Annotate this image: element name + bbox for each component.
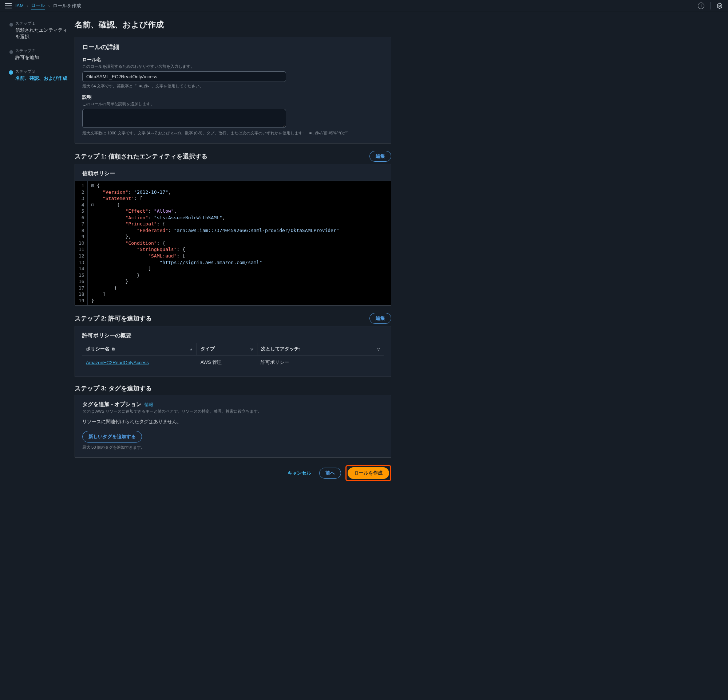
- page-title: 名前、確認、および作成: [75, 19, 391, 30]
- settings-icon[interactable]: [716, 3, 723, 9]
- col-type[interactable]: タイプ: [201, 346, 215, 352]
- tags-limit: 最大 50 個のタグを追加できます。: [82, 445, 384, 450]
- role-name-label: ロール名: [82, 56, 384, 63]
- description-input[interactable]: [82, 109, 286, 128]
- trust-policy-code[interactable]: 12345678910111213141516171819 ⊟ { "Versi…: [75, 181, 391, 305]
- description-hint: このロールの簡単な説明を追加します。: [82, 101, 384, 107]
- policy-attach-as: 許可ポリシー: [257, 356, 384, 370]
- chevron-right-icon: ›: [27, 3, 28, 9]
- trust-policy-panel: 信頼ポリシー 12345678910111213141516171819 ⊟ {…: [75, 164, 391, 305]
- col-attach-as[interactable]: 次としてアタッチ:: [261, 346, 300, 352]
- step2-heading: ステップ 2: 許可を追加する: [75, 314, 152, 323]
- previous-button[interactable]: 前へ: [319, 468, 341, 479]
- step-num: ステップ 2: [15, 48, 67, 54]
- step3-heading: ステップ 3: タグを追加する: [75, 384, 152, 393]
- top-bar: IAM › ロール › ロールを作成 i: [0, 0, 728, 12]
- create-role-button[interactable]: ロールを作成: [348, 467, 389, 479]
- permissions-table: ポリシー名 ⧉ ▲ タイプ ▽: [82, 343, 384, 369]
- role-name-hint: このロールを識別するためのわかりやすい名前を入力します。: [82, 64, 384, 69]
- edit-step1-button[interactable]: 編集: [370, 151, 391, 162]
- panel-title: ロールの詳細: [82, 43, 384, 51]
- breadcrumb-current: ロールを作成: [53, 3, 81, 9]
- edit-step2-button[interactable]: 編集: [370, 313, 391, 324]
- footer-actions: キャンセル 前へ ロールを作成: [75, 465, 391, 481]
- role-name-help: 最大 64 文字です。英数字と「+=,.@-_」文字を使用してください。: [82, 83, 384, 89]
- wizard-steps: ステップ 1 信頼されたエンティティを選択 ステップ 2 許可を追加 ステップ …: [0, 12, 71, 699]
- breadcrumb-roles[interactable]: ロール: [31, 2, 45, 9]
- table-row: AmazonEC2ReadOnlyAccess AWS 管理 許可ポリシー: [82, 356, 384, 370]
- col-policy-name[interactable]: ポリシー名: [86, 346, 110, 351]
- breadcrumb: IAM › ロール › ロールを作成: [15, 2, 81, 9]
- trust-policy-title: 信頼ポリシー: [82, 170, 384, 177]
- tags-hint: タグは AWS リソースに追加できるキーと値のペアで、リソースの特定、整理、検索…: [82, 409, 384, 414]
- permissions-title: 許可ポリシーの概要: [82, 332, 384, 339]
- create-role-highlight: ロールを作成: [345, 465, 391, 481]
- tags-info-link[interactable]: 情報: [144, 402, 153, 408]
- tags-title: タグを追加 - オプション: [82, 401, 142, 408]
- sort-icon[interactable]: ▽: [250, 347, 253, 351]
- menu-icon[interactable]: [5, 3, 12, 9]
- policy-link[interactable]: AmazonEC2ReadOnlyAccess: [86, 360, 149, 365]
- role-details-panel: ロールの詳細 ロール名 このロールを識別するためのわかりやすい名前を入力します。…: [75, 37, 391, 143]
- step-num: ステップ 1: [15, 21, 67, 26]
- step-title: 許可を追加: [15, 54, 67, 61]
- step-title: 名前、確認、および作成: [15, 75, 67, 82]
- permissions-panel: 許可ポリシーの概要 ポリシー名 ⧉ ▲: [75, 326, 391, 377]
- tags-panel: タグを追加 - オプション 情報 タグは AWS リソースに追加できるキーと値の…: [75, 395, 391, 458]
- step1-heading: ステップ 1: 信頼されたエンティティを選択する: [75, 152, 208, 161]
- cancel-button[interactable]: キャンセル: [284, 468, 315, 479]
- step-1[interactable]: ステップ 1 信頼されたエンティティを選択: [7, 21, 67, 40]
- step-num: ステップ 3: [15, 69, 67, 74]
- sort-icon[interactable]: ▽: [377, 347, 380, 351]
- description-label: 説明: [82, 94, 384, 101]
- help-icon[interactable]: i: [698, 3, 704, 9]
- no-tags-message: リソースに関連付けられたタグはありません。: [82, 418, 384, 425]
- description-help: 最大文字数は 1000 文字です。文字 (A～Z および a～z)、数字 (0-…: [82, 130, 384, 136]
- sort-icon[interactable]: ▲: [189, 347, 193, 351]
- step-title: 信頼されたエンティティを選択: [15, 27, 67, 40]
- step-2[interactable]: ステップ 2 許可を追加: [7, 48, 67, 61]
- svg-point-1: [719, 5, 721, 7]
- policy-type: AWS 管理: [197, 356, 257, 370]
- external-link-icon: ⧉: [111, 347, 115, 351]
- divider: [710, 2, 711, 9]
- role-name-input[interactable]: [82, 71, 286, 82]
- code-content: ⊟ { "Version": "2012-10-17", "Statement"…: [88, 181, 343, 305]
- svg-marker-0: [718, 3, 722, 9]
- line-gutter: 12345678910111213141516171819: [75, 181, 88, 305]
- breadcrumb-iam[interactable]: IAM: [15, 3, 24, 9]
- add-tag-button[interactable]: 新しいタグを追加する: [82, 431, 142, 443]
- chevron-right-icon: ›: [48, 3, 49, 9]
- step-3[interactable]: ステップ 3 名前、確認、および作成: [7, 69, 67, 82]
